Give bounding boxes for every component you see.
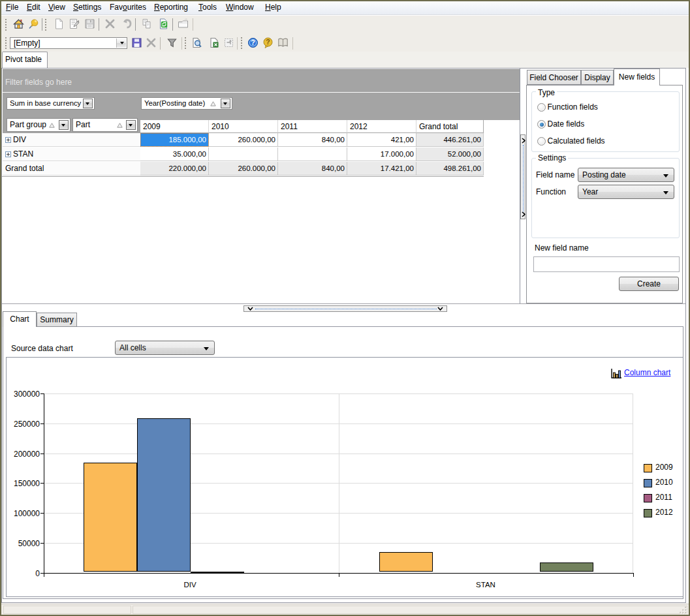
svg-text:?: ? [266, 38, 270, 46]
svg-text:?: ? [251, 38, 255, 46]
